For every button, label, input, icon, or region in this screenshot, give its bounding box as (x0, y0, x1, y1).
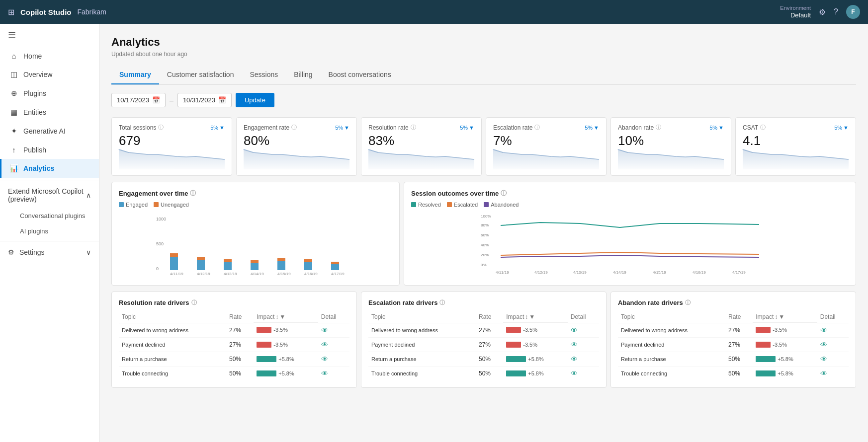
detail-link-icon[interactable]: 👁 (820, 355, 827, 363)
svg-text:80%: 80% (481, 223, 489, 227)
metric-card-engagement-rate: Engagement rate ⓘ 5% ▼ 80% (236, 117, 357, 176)
detail-link-icon[interactable]: 👁 (571, 355, 578, 363)
start-date-input[interactable]: 10/17/2023 📅 (111, 93, 166, 107)
driver-info-icon-0[interactable]: ⓘ (191, 299, 197, 306)
driver-rate: 27% (725, 323, 753, 337)
metric-header-2: Resolution rate ⓘ 5% ▼ (368, 124, 474, 131)
impact-bar-visual (506, 370, 526, 376)
sidebar-item-entities[interactable]: ▦ Entities (0, 103, 99, 122)
driver-detail[interactable]: 👁 (318, 337, 349, 352)
detail-link-icon[interactable]: 👁 (571, 341, 578, 349)
sidebar-item-extend[interactable]: Extend Microsoft Copilot (preview) ∧ (0, 182, 99, 208)
svg-rect-16 (251, 260, 259, 263)
end-date-value: 10/31/2023 (183, 96, 215, 104)
tab-billing[interactable]: Billing (286, 66, 320, 84)
svg-text:0: 0 (156, 266, 159, 271)
impact-bar-visual (506, 356, 526, 362)
driver-detail[interactable]: 👁 (318, 323, 349, 337)
metric-info-icon-4[interactable]: ⓘ (656, 124, 661, 131)
end-date-input[interactable]: 10/31/2023 📅 (177, 93, 232, 107)
th-impact[interactable]: Impact ↕ ▼ (503, 311, 568, 323)
metric-info-icon-2[interactable]: ⓘ (411, 124, 416, 131)
start-calendar-icon: 📅 (152, 96, 160, 104)
tab-boost-conversations[interactable]: Boost conversations (321, 66, 399, 84)
detail-link-icon[interactable]: 👁 (820, 369, 827, 377)
metric-info-icon-0[interactable]: ⓘ (158, 124, 164, 131)
detail-link-icon[interactable]: 👁 (321, 369, 328, 377)
detail-link-icon[interactable]: 👁 (321, 355, 328, 363)
detail-link-icon[interactable]: 👁 (571, 326, 578, 334)
svg-marker-2 (368, 149, 474, 169)
detail-link-icon[interactable]: 👁 (321, 341, 328, 349)
metric-value-1: 80% (244, 133, 349, 148)
sidebar-item-overview[interactable]: ◫ Overview (0, 65, 99, 84)
svg-marker-1 (244, 149, 349, 169)
driver-topic: Payment declined (119, 337, 226, 352)
sidebar-label-publish: Publish (23, 146, 46, 154)
metric-info-icon-5[interactable]: ⓘ (760, 124, 766, 131)
avatar[interactable]: F (846, 5, 860, 19)
th-impact[interactable]: Impact ↕ ▼ (753, 311, 817, 323)
sessions-legend: Resolved Escalated Abandoned (411, 202, 849, 208)
metric-info-icon-1[interactable]: ⓘ (291, 124, 297, 131)
sidebar-item-publish[interactable]: ↑ Publish (0, 141, 99, 159)
sidebar-item-generative-ai[interactable]: ✦ Generative AI (0, 122, 99, 141)
driver-rate: 27% (725, 337, 753, 352)
sidebar-label-overview: Overview (23, 71, 52, 78)
apps-icon[interactable]: ⊞ (8, 7, 14, 17)
sidebar-item-settings[interactable]: ⚙ Settings ∨ (0, 243, 99, 261)
driver-info-icon-1[interactable]: ⓘ (439, 299, 445, 306)
driver-detail[interactable]: 👁 (817, 337, 849, 352)
driver-detail[interactable]: 👁 (817, 366, 849, 380)
driver-rate: 27% (476, 337, 503, 352)
metric-info-icon-3[interactable]: ⓘ (534, 124, 540, 131)
driver-detail[interactable]: 👁 (817, 352, 849, 366)
metric-card-abandon-rate: Abandon rate ⓘ 5% ▼ 10% (610, 117, 731, 176)
driver-topic: Return a purchase (368, 352, 476, 366)
metric-value-2: 83% (368, 133, 474, 148)
th-impact[interactable]: Impact ↕ ▼ (254, 311, 318, 323)
driver-detail[interactable]: 👁 (817, 323, 849, 337)
impact-value: +5.8% (778, 370, 793, 376)
sidebar-item-analytics[interactable]: 📊 Analytics (0, 159, 99, 178)
driver-detail[interactable]: 👁 (318, 366, 349, 380)
entities-icon: ▦ (9, 108, 18, 117)
driver-card-2: Abandon rate drivers ⓘ Topic Rate Impact… (610, 292, 856, 388)
update-button[interactable]: Update (236, 93, 274, 107)
impact-value: +5.8% (278, 356, 294, 362)
detail-link-icon[interactable]: 👁 (571, 369, 578, 377)
svg-text:4/16/19: 4/16/19 (693, 270, 706, 275)
driver-detail[interactable]: 👁 (568, 366, 599, 380)
detail-link-icon[interactable]: 👁 (820, 326, 827, 334)
sessions-info-icon[interactable]: ⓘ (501, 189, 507, 198)
tab-customer-satisfaction[interactable]: Customer satisfaction (159, 66, 242, 84)
sidebar-item-home[interactable]: ⌂ Home (0, 47, 99, 65)
driver-topic: Delivered to wrong address (368, 323, 476, 337)
svg-text:20%: 20% (481, 253, 489, 257)
hamburger-menu-icon[interactable]: ☰ (0, 24, 99, 47)
sidebar-item-ai-plugins[interactable]: AI plugins (0, 223, 99, 239)
tab-sessions[interactable]: Sessions (242, 66, 286, 84)
company-name: Fabrikam (77, 8, 106, 16)
driver-detail[interactable]: 👁 (568, 323, 599, 337)
th-detail: Detail (817, 311, 849, 323)
driver-rate: 50% (725, 366, 753, 380)
driver-topic: Payment declined (368, 337, 476, 352)
driver-info-icon-2[interactable]: ⓘ (685, 299, 691, 306)
sidebar-item-conv-plugins[interactable]: Conversational plugins (0, 208, 99, 223)
driver-detail[interactable]: 👁 (318, 352, 349, 366)
settings-icon[interactable]: ⚙ (819, 7, 826, 17)
svg-rect-9 (170, 257, 178, 270)
detail-link-icon[interactable]: 👁 (820, 341, 827, 349)
engagement-info-icon[interactable]: ⓘ (190, 189, 196, 198)
sidebar-item-plugins[interactable]: ⊕ Plugins (0, 84, 99, 103)
tab-summary[interactable]: Summary (111, 66, 159, 84)
detail-link-icon[interactable]: 👁 (321, 326, 328, 334)
page-title: Analytics (111, 36, 856, 49)
help-icon[interactable]: ? (834, 7, 838, 16)
driver-table-row: Payment declined 27% -3.5% 👁 (618, 337, 849, 352)
driver-detail[interactable]: 👁 (568, 352, 599, 366)
svg-text:4/14/19: 4/14/19 (251, 272, 264, 276)
driver-detail[interactable]: 👁 (568, 337, 599, 352)
th-topic: Topic (119, 311, 226, 323)
